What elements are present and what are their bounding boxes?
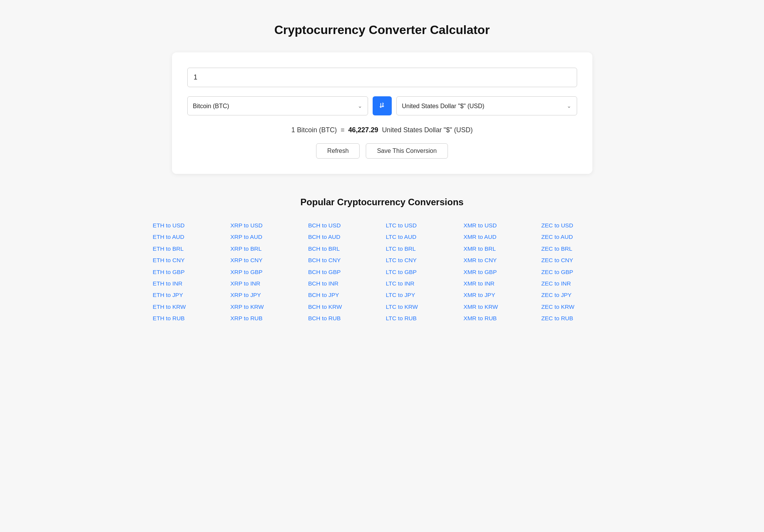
save-conversion-button[interactable]: Save This Conversion (366, 143, 448, 159)
page-title: Cryptocurrency Converter Calculator (31, 23, 733, 37)
amount-input[interactable] (187, 68, 577, 87)
list-item[interactable]: ZEC to AUD (541, 231, 611, 243)
list-item[interactable]: BCH to AUD (308, 231, 378, 243)
result-value: 46,227.29 (348, 126, 378, 134)
list-item[interactable]: XMR to BRL (464, 243, 534, 255)
conversion-column-2: BCH to USDBCH to AUDBCH to BRLBCH to CNY… (308, 220, 378, 324)
result-equals: = (341, 126, 344, 134)
list-item[interactable]: LTC to GBP (386, 266, 456, 278)
conversion-column-4: XMR to USDXMR to AUDXMR to BRLXMR to CNY… (464, 220, 534, 324)
result-to-currency: United States Dollar "$" (USD) (382, 126, 472, 134)
list-item[interactable]: ETH to RUB (153, 313, 223, 324)
list-item[interactable]: XMR to JPY (464, 289, 534, 301)
to-currency-wrapper: United States Dollar "$" (USD) ⌄ (396, 96, 577, 115)
list-item[interactable]: BCH to BRL (308, 243, 378, 255)
list-item[interactable]: XRP to AUD (230, 231, 300, 243)
list-item[interactable]: BCH to GBP (308, 266, 378, 278)
list-item[interactable]: XMR to AUD (464, 231, 534, 243)
from-chevron-icon: ⌄ (358, 103, 362, 109)
list-item[interactable]: BCH to KRW (308, 301, 378, 313)
conversion-column-3: LTC to USDLTC to AUDLTC to BRLLTC to CNY… (386, 220, 456, 324)
list-item[interactable]: BCH to USD (308, 220, 378, 231)
list-item[interactable]: LTC to KRW (386, 301, 456, 313)
popular-section: Popular Cryptocurrency Conversions ETH t… (153, 197, 612, 324)
result-from-text: 1 Bitcoin (BTC) (291, 126, 337, 134)
result-row: 1 Bitcoin (BTC) = 46,227.29 United State… (187, 126, 577, 134)
list-item[interactable]: ZEC to INR (541, 278, 611, 289)
list-item[interactable]: ETH to KRW (153, 301, 223, 313)
list-item[interactable]: ZEC to JPY (541, 289, 611, 301)
conversion-column-0: ETH to USDETH to AUDETH to BRLETH to CNY… (153, 220, 223, 324)
list-item[interactable]: XRP to BRL (230, 243, 300, 255)
list-item[interactable]: XRP to USD (230, 220, 300, 231)
to-chevron-icon: ⌄ (567, 103, 571, 109)
list-item[interactable]: LTC to CNY (386, 255, 456, 266)
action-buttons: Refresh Save This Conversion (187, 143, 577, 159)
refresh-button[interactable]: Refresh (316, 143, 360, 159)
list-item[interactable]: ZEC to CNY (541, 255, 611, 266)
list-item[interactable]: ETH to USD (153, 220, 223, 231)
list-item[interactable]: BCH to RUB (308, 313, 378, 324)
list-item[interactable]: ETH to CNY (153, 255, 223, 266)
list-item[interactable]: BCH to INR (308, 278, 378, 289)
conversions-grid: ETH to USDETH to AUDETH to BRLETH to CNY… (153, 220, 612, 324)
list-item[interactable]: ETH to JPY (153, 289, 223, 301)
list-item[interactable]: ZEC to USD (541, 220, 611, 231)
conversion-column-5: ZEC to USDZEC to AUDZEC to BRLZEC to CNY… (541, 220, 611, 324)
converter-card: Bitcoin (BTC) ⌄ United States Dollar "$"… (172, 52, 592, 174)
list-item[interactable]: ETH to BRL (153, 243, 223, 255)
list-item[interactable]: BCH to JPY (308, 289, 378, 301)
swap-button[interactable] (373, 96, 392, 115)
from-currency-select[interactable]: Bitcoin (BTC) (193, 103, 358, 109)
list-item[interactable]: XRP to GBP (230, 266, 300, 278)
list-item[interactable]: LTC to AUD (386, 231, 456, 243)
list-item[interactable]: ZEC to RUB (541, 313, 611, 324)
list-item[interactable]: ZEC to GBP (541, 266, 611, 278)
list-item[interactable]: LTC to JPY (386, 289, 456, 301)
list-item[interactable]: XRP to INR (230, 278, 300, 289)
popular-title: Popular Cryptocurrency Conversions (153, 197, 612, 208)
list-item[interactable]: XMR to GBP (464, 266, 534, 278)
from-currency-wrapper: Bitcoin (BTC) ⌄ (187, 96, 368, 115)
conversion-column-1: XRP to USDXRP to AUDXRP to BRLXRP to CNY… (230, 220, 300, 324)
list-item[interactable]: XRP to RUB (230, 313, 300, 324)
list-item[interactable]: BCH to CNY (308, 255, 378, 266)
list-item[interactable]: ETH to AUD (153, 231, 223, 243)
list-item[interactable]: LTC to BRL (386, 243, 456, 255)
list-item[interactable]: XMR to INR (464, 278, 534, 289)
currency-row: Bitcoin (BTC) ⌄ United States Dollar "$"… (187, 96, 577, 115)
list-item[interactable]: XRP to CNY (230, 255, 300, 266)
to-currency-select[interactable]: United States Dollar "$" (USD) (402, 103, 567, 109)
list-item[interactable]: XMR to CNY (464, 255, 534, 266)
list-item[interactable]: XMR to KRW (464, 301, 534, 313)
list-item[interactable]: XMR to USD (464, 220, 534, 231)
swap-icon (378, 102, 386, 110)
list-item[interactable]: XMR to RUB (464, 313, 534, 324)
list-item[interactable]: ETH to GBP (153, 266, 223, 278)
list-item[interactable]: XRP to KRW (230, 301, 300, 313)
list-item[interactable]: LTC to USD (386, 220, 456, 231)
list-item[interactable]: XRP to JPY (230, 289, 300, 301)
list-item[interactable]: LTC to INR (386, 278, 456, 289)
list-item[interactable]: ZEC to BRL (541, 243, 611, 255)
list-item[interactable]: LTC to RUB (386, 313, 456, 324)
list-item[interactable]: ETH to INR (153, 278, 223, 289)
list-item[interactable]: ZEC to KRW (541, 301, 611, 313)
